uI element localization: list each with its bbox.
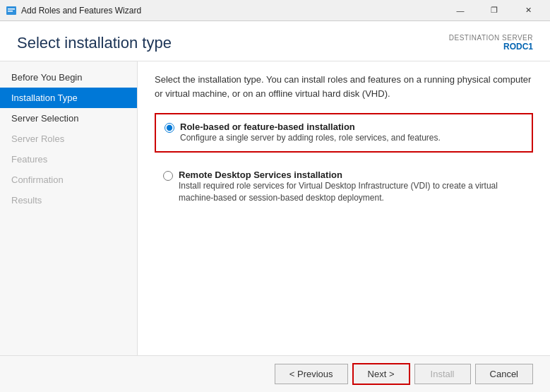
option-remote-desktop-desc: Install required role services for Virtu… xyxy=(179,180,525,204)
option-role-based-content: Role-based or feature-based installation… xyxy=(180,121,441,144)
sidebar-item-server-roles: Server Roles xyxy=(0,129,137,149)
title-bar: Add Roles and Features Wizard — ❐ ✕ xyxy=(0,0,550,21)
wizard-body: Select installation type DESTINATION SER… xyxy=(0,21,550,392)
sidebar-item-before-you-begin[interactable]: Before You Begin xyxy=(0,67,137,88)
destination-server: DESTINATION SERVER RODC1 xyxy=(449,34,533,52)
wizard-main: Select the installation type. You can in… xyxy=(138,61,550,355)
option-remote-desktop[interactable]: Remote Desktop Services installation Ins… xyxy=(155,162,533,211)
wizard-sidebar: Before You Begin Installation Type Serve… xyxy=(0,61,138,355)
wizard-header: Select installation type DESTINATION SER… xyxy=(0,21,550,61)
server-name: RODC1 xyxy=(449,42,533,52)
svg-rect-1 xyxy=(8,8,15,10)
option-remote-desktop-title[interactable]: Remote Desktop Services installation xyxy=(179,170,342,180)
wizard-content: Before You Begin Installation Type Serve… xyxy=(0,61,550,355)
next-button[interactable]: Next > xyxy=(352,363,410,385)
sidebar-item-server-selection[interactable]: Server Selection xyxy=(0,108,137,129)
sidebar-item-installation-type[interactable]: Installation Type xyxy=(0,88,137,108)
radio-role-based[interactable] xyxy=(165,123,174,133)
option-role-based-desc: Configure a single server by adding role… xyxy=(180,132,441,144)
option-remote-desktop-content: Remote Desktop Services installation Ins… xyxy=(179,170,525,204)
wizard-footer: < Previous Next > Install Cancel xyxy=(0,355,550,392)
svg-rect-2 xyxy=(8,11,13,12)
close-button[interactable]: ✕ xyxy=(512,3,544,18)
wizard-icon xyxy=(6,5,17,16)
option-role-based[interactable]: Role-based or feature-based installation… xyxy=(155,113,533,153)
previous-button[interactable]: < Previous xyxy=(275,364,348,384)
title-bar-left: Add Roles and Features Wizard xyxy=(6,5,141,16)
description-text: Select the installation type. You can in… xyxy=(155,73,533,100)
sidebar-item-features: Features xyxy=(0,149,137,170)
title-bar-title: Add Roles and Features Wizard xyxy=(21,6,141,16)
minimize-button[interactable]: — xyxy=(444,3,477,18)
restore-button[interactable]: ❐ xyxy=(478,3,510,18)
option-role-based-title[interactable]: Role-based or feature-based installation xyxy=(180,121,355,132)
install-button[interactable]: Install xyxy=(414,364,471,384)
radio-remote-desktop[interactable] xyxy=(163,171,173,181)
sidebar-item-confirmation: Confirmation xyxy=(0,170,137,190)
sidebar-item-results: Results xyxy=(0,190,137,210)
destination-label: DESTINATION SERVER xyxy=(449,34,533,42)
page-title: Select installation type xyxy=(17,34,172,52)
cancel-button[interactable]: Cancel xyxy=(475,364,533,384)
title-bar-controls: — ❐ ✕ xyxy=(444,3,544,18)
